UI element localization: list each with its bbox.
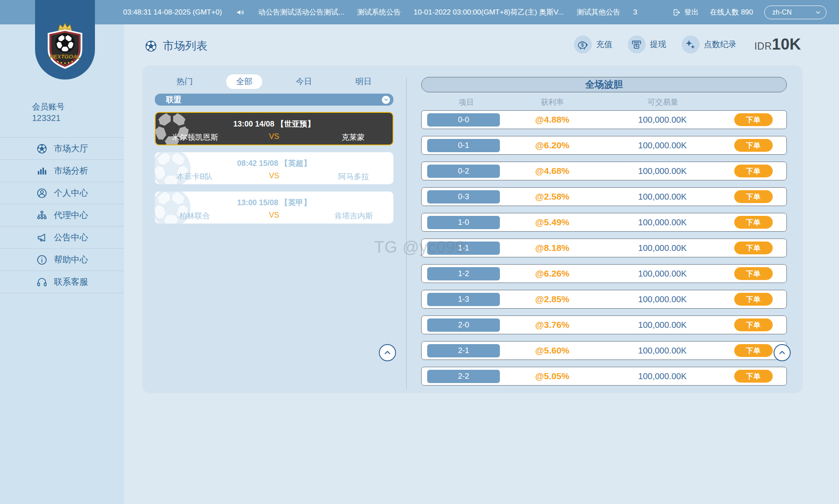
online-count: 在线人数 890	[710, 7, 753, 17]
odds-volume: 100,000.00K	[598, 192, 727, 202]
server-time: 03:48:31 14-08-2025 (GMT+0)	[123, 0, 222, 24]
order-button[interactable]: 下单	[734, 113, 773, 126]
odds-volume: 100,000.00K	[598, 166, 727, 176]
tab-tomorrow[interactable]: 明日	[334, 75, 394, 88]
order-button[interactable]: 下单	[734, 165, 773, 177]
home-team: 本菲卡B队	[155, 171, 234, 182]
odds-row: 2-1 @5.60% 100,000.00K 下单	[421, 341, 787, 360]
order-button[interactable]: 下单	[734, 139, 773, 152]
match-datetime: 13:00 14/08	[233, 120, 274, 128]
order-button[interactable]: 下单	[734, 267, 773, 280]
sidebar-item-agent-center[interactable]: 代理中心	[0, 204, 124, 227]
brand-logo[interactable]: NEXTGOAL	[35, 0, 95, 80]
odds-rate: @6.20%	[506, 140, 598, 150]
announcement-item[interactable]: 测试其他公告	[577, 7, 620, 17]
tab-label: 明日	[355, 76, 372, 87]
points-record-label: 点数纪录	[704, 39, 736, 50]
home-team: 米尔顿凯恩斯	[156, 132, 235, 142]
sidebar-item-label: 市场大厅	[54, 143, 88, 154]
score-pill[interactable]: 0-2	[427, 165, 500, 178]
column-volume: 可交易量	[599, 97, 727, 107]
odds-row: 1-0 @5.49% 100,000.00K 下单	[421, 213, 787, 232]
megaphone-icon	[36, 232, 47, 243]
panel-divider	[406, 77, 407, 389]
language-select[interactable]: zh-CN	[764, 6, 827, 19]
league-filter-dropdown[interactable]: 联盟	[155, 94, 393, 106]
sidebar-menu: 市场大厅 市场分析 个人中心 代理中心 公告中心 帮助中心 联系客服	[0, 137, 124, 293]
order-button[interactable]: 下单	[734, 318, 773, 331]
match-league: 【英甲】	[281, 198, 311, 207]
scroll-top-button[interactable]	[774, 344, 791, 361]
score-pill[interactable]: 0-0	[427, 113, 500, 127]
sidebar-item-label: 个人中心	[54, 187, 88, 199]
user-icon	[36, 188, 47, 199]
score-pill[interactable]: 1-1	[427, 242, 500, 255]
home-team: 柏林联合	[155, 211, 234, 221]
score-pill[interactable]: 2-2	[427, 370, 500, 383]
order-button[interactable]: 下单	[734, 370, 773, 383]
soccer-ball-icon	[145, 40, 157, 53]
score-pill[interactable]: 2-0	[427, 318, 500, 332]
svg-text:$: $	[581, 42, 584, 47]
odds-volume: 100,000.00K	[598, 243, 727, 253]
svg-text:NEXTGOAL: NEXTGOAL	[50, 53, 80, 60]
score-pill[interactable]: 1-3	[427, 293, 500, 306]
bar-chart-icon	[36, 165, 47, 177]
odds-row: 2-2 @5.05% 100,000.00K 下单	[421, 367, 787, 386]
sidebar: 会员账号 123321 市场大厅 市场分析 个人中心 代理中心 公告中心 帮助中…	[0, 24, 124, 504]
sidebar-item-label: 帮助中心	[54, 254, 88, 265]
order-button[interactable]: 下单	[734, 190, 773, 203]
odds-volume: 100,000.00K	[598, 269, 727, 279]
odds-volume: 100,000.00K	[598, 320, 727, 330]
market-card: 热门 全部 今日 明日 联盟 13:00 14/08 【世亚预】 米尔顿凯恩斯 …	[142, 65, 803, 393]
odds-volume: 100,000.00K	[598, 346, 727, 356]
sidebar-item-market-analysis[interactable]: 市场分析	[0, 160, 124, 182]
sidebar-item-market-hall[interactable]: 市场大厅	[0, 138, 124, 160]
score-pill[interactable]: 2-1	[427, 344, 500, 357]
match-card[interactable]: 08:42 15/08 【英超】 本菲卡B队 VS 阿马多拉	[155, 152, 393, 184]
order-button[interactable]: 下单	[734, 242, 773, 254]
announcement-item[interactable]: 动公告测试活动公告测试...	[258, 7, 344, 17]
tab-all[interactable]: 全部	[215, 75, 275, 88]
sidebar-item-help-center[interactable]: 帮助中心	[0, 249, 124, 271]
match-card-selected[interactable]: 13:00 14/08 【世亚预】 米尔顿凯恩斯 VS 克莱蒙	[155, 112, 393, 145]
sidebar-item-customer-service[interactable]: 联系客服	[0, 271, 124, 293]
logout-icon	[672, 8, 681, 17]
tab-today[interactable]: 今日	[274, 75, 334, 88]
logout-button[interactable]: 登出	[672, 7, 699, 17]
scroll-top-button[interactable]	[379, 344, 396, 361]
odds-row: 0-1 @6.20% 100,000.00K 下单	[421, 136, 787, 155]
points-record-button[interactable]: 点数纪录	[682, 35, 736, 53]
score-pill[interactable]: 1-2	[427, 267, 500, 280]
info-icon	[36, 254, 47, 265]
score-pill[interactable]: 1-0	[427, 216, 500, 229]
speaker-icon	[236, 8, 245, 17]
announcement-ticker: 动公告测试活动公告测试... 测试系统公告 10-01-2022 03:00:0…	[236, 0, 638, 24]
odds-rate: @5.49%	[506, 217, 598, 227]
main-content: 市场列表 $ 充值 $ 提现	[124, 24, 839, 504]
vs-label: VS	[235, 132, 314, 142]
order-button[interactable]: 下单	[734, 216, 773, 229]
match-league: 【英超】	[281, 159, 311, 168]
balance: IDR10K	[754, 35, 801, 53]
withdraw-button[interactable]: $ 提现	[628, 35, 666, 53]
withdraw-icon: $	[628, 35, 646, 53]
top-bar: 03:48:31 14-08-2025 (GMT+0) 动公告测试活动公告测试.…	[0, 0, 839, 24]
svg-text:$: $	[635, 43, 638, 48]
tab-hot[interactable]: 热门	[155, 75, 215, 88]
announcement-item[interactable]: 10-01-2022 03:00:00(GMT+8)荷乙(主) 奥斯V...	[414, 7, 564, 17]
sidebar-item-personal-center[interactable]: 个人中心	[0, 182, 124, 204]
announcement-item[interactable]: 测试系统公告	[357, 7, 401, 17]
announcement-item[interactable]: 3121测试活动公告...	[633, 7, 638, 17]
order-button[interactable]: 下单	[734, 293, 773, 306]
odds-rate: @8.18%	[506, 243, 598, 253]
deposit-button[interactable]: $ 充值	[574, 35, 612, 53]
wallet-actions: $ 充值 $ 提现 点数纪录	[574, 34, 801, 55]
odds-rate: @5.05%	[506, 371, 598, 381]
score-pill[interactable]: 0-3	[427, 190, 500, 203]
score-pill[interactable]: 0-1	[427, 139, 500, 152]
page-title: 市场列表	[145, 38, 207, 53]
order-button[interactable]: 下单	[734, 344, 773, 357]
match-card[interactable]: 13:00 15/08 【英甲】 柏林联合 VS 肯塔吉内斯	[155, 192, 393, 224]
sidebar-item-announcement-center[interactable]: 公告中心	[0, 227, 124, 249]
